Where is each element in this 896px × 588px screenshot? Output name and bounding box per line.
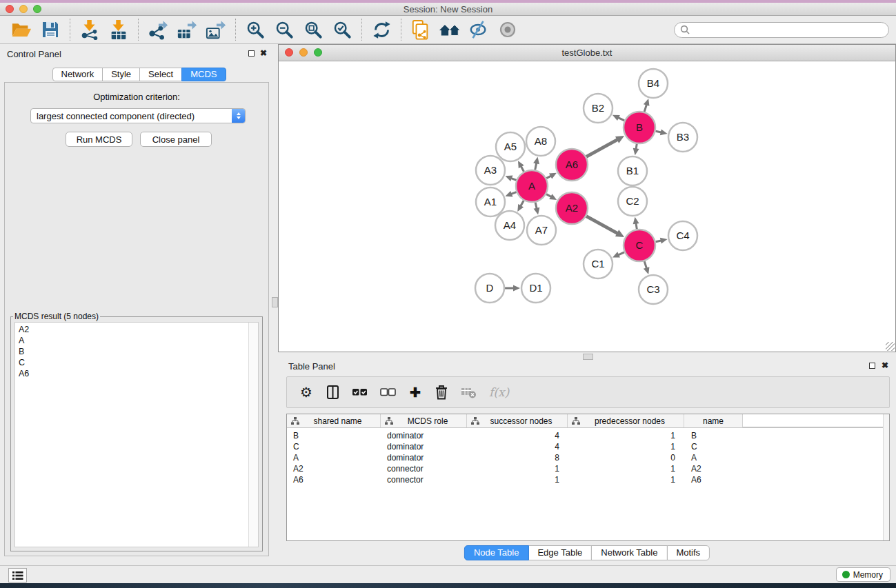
graph-node-b4[interactable]: B4 [639,69,668,98]
memory-button[interactable]: Memory [836,567,890,582]
unselect-all-icon[interactable] [380,388,396,396]
graph-node-a2[interactable]: A2 [556,192,588,224]
close-table-panel-icon[interactable]: ✖ [882,362,888,369]
table-settings-icon[interactable]: ⚙ [299,385,313,399]
table-row[interactable]: Bdominator41B [287,430,889,441]
toolbar-separator [401,19,401,41]
search-field[interactable] [674,22,889,38]
graph-node-c4[interactable]: C4 [668,221,697,250]
graph-node-a6[interactable]: A6 [556,149,588,181]
table-row[interactable]: A2connector11A2 [287,463,889,474]
table-row[interactable]: A6connector11A6 [287,474,889,485]
run-mcds-button[interactable]: Run MCDS [66,132,132,147]
graph-node-c2[interactable]: C2 [618,187,647,216]
result-item[interactable]: A [19,335,247,346]
graph-node-a8[interactable]: A8 [526,127,555,156]
edge-arrowhead-icon [633,148,639,156]
search-icon [680,25,690,34]
result-scrollbar[interactable] [248,323,258,547]
save-session-button[interactable] [36,17,65,42]
graph-node-b2[interactable]: B2 [584,94,613,123]
graph-node-c[interactable]: C [624,230,655,261]
table-tab-edge-table[interactable]: Edge Table [528,545,592,560]
float-table-panel-icon[interactable] [869,363,875,369]
network-canvas[interactable]: B4B2BB3B1A5A8A6A3AA1A2A4A7C2C4CC1C3DD1 [279,61,895,352]
network-document-button[interactable] [406,17,435,42]
result-item[interactable]: A2 [19,324,247,335]
resize-grip-icon[interactable] [886,342,895,351]
shared-column-icon [572,417,580,425]
table-tab-motifs[interactable]: Motifs [666,545,710,560]
column-header-shared-name[interactable]: shared name [287,414,381,427]
refresh-button[interactable] [367,17,396,42]
float-panel-icon[interactable] [248,50,255,57]
close-panel-icon[interactable]: ✖ [260,50,267,57]
export-table-button[interactable] [172,17,201,42]
column-header-mcds-role[interactable]: MCDS role [381,414,467,427]
import-table-button[interactable] [104,17,133,42]
graph-node-a[interactable]: A [516,170,548,202]
result-item[interactable]: C [19,357,247,368]
graph-node-a3[interactable]: A3 [476,156,505,185]
graph-node-a1[interactable]: A1 [476,187,505,216]
graph-node-b3[interactable]: B3 [668,123,697,152]
table-tab-node-table[interactable]: Node Table [464,545,529,560]
zoom-in-button[interactable] [241,17,270,42]
column-header-predecessor-nodes[interactable]: predecessor nodes [568,414,684,427]
open-session-button[interactable] [7,17,36,42]
table-cell: 1 [568,431,684,440]
export-network-button[interactable] [143,17,172,42]
table-scrollbar[interactable] [883,414,889,540]
result-item[interactable]: B [19,346,247,357]
graph-node-a4[interactable]: A4 [495,211,524,240]
double-home-icon [439,21,461,38]
tab-style[interactable]: Style [102,68,140,81]
search-input[interactable] [693,24,883,35]
mcds-result-list: A2ABCA6 [14,322,259,547]
criterion-select[interactable]: largest connected component (directed) [30,108,246,123]
result-item[interactable]: A6 [19,368,247,379]
show-graphics-button[interactable] [493,17,522,42]
table-tab-network-table[interactable]: Network Table [591,545,667,560]
graph-node-b1[interactable]: B1 [618,156,647,185]
graph-node-d[interactable]: D [475,274,504,303]
graph-node-c3[interactable]: C3 [639,275,668,304]
show-columns-icon[interactable] [326,385,339,399]
graph-node-d1[interactable]: D1 [521,274,550,303]
import-network-button[interactable] [75,17,104,42]
column-header-name[interactable]: name [684,414,743,427]
select-all-icon[interactable] [352,388,368,396]
add-column-icon[interactable]: ✚ [408,386,422,399]
export-image-button[interactable] [201,17,230,42]
edge-arrowhead-icon [505,191,512,196]
task-history-button[interactable] [8,568,27,582]
vertical-splitter-handle[interactable] [272,297,278,307]
delete-column-icon[interactable] [435,385,448,400]
zoom-out-button[interactable] [270,17,299,42]
tab-mcds[interactable]: MCDS [181,68,226,81]
graph-node-b[interactable]: B [624,112,655,143]
table-row[interactable]: Adominator80A [287,452,889,463]
apply-function-icon[interactable]: f(x) [489,385,509,399]
mcds-result-title: MCDS result (5 nodes) [13,312,100,321]
tab-select[interactable]: Select [139,68,182,81]
edge-arrowhead-icon [533,157,539,165]
graph-node-a5[interactable]: A5 [496,132,525,161]
graph-node-a7[interactable]: A7 [527,216,556,245]
tab-network[interactable]: Network [52,68,103,81]
close-panel-button[interactable]: Close panel [140,132,212,147]
table-row[interactable]: Cdominator41C [287,441,889,452]
network-window-titlebar[interactable]: testGlobe.txt [279,45,895,61]
home-button[interactable] [435,17,464,42]
eye-slash-icon [469,20,488,39]
column-header-successor-nodes[interactable]: successor nodes [467,414,568,427]
svg-text:C1: C1 [591,258,604,270]
svg-text:A7: A7 [535,224,548,236]
delete-table-icon[interactable] [461,386,477,398]
hide-graphics-button[interactable] [464,17,493,42]
edge-arrowhead-icon [644,99,650,106]
mcds-tab-content: Optimization criterion: largest connecte… [4,82,269,556]
zoom-selected-button[interactable] [328,17,357,42]
graph-node-c1[interactable]: C1 [584,250,613,278]
zoom-fit-button[interactable] [299,17,328,42]
